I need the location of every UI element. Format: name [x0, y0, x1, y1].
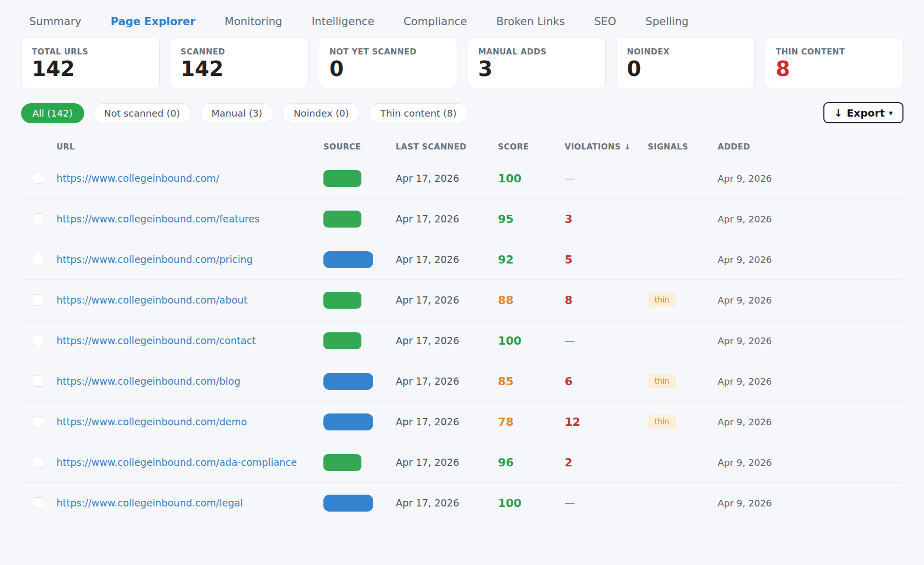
col-header-source[interactable]: SOURCE — [323, 142, 396, 152]
stat-label: NOINDEX — [627, 47, 744, 56]
signals-cell: thin — [648, 374, 718, 388]
col-header-url[interactable]: URL — [56, 142, 323, 152]
stat-card-manual-adds: MANUAL ADDS 3 — [468, 37, 606, 88]
filter-thin-content[interactable]: Thin content (8) — [369, 103, 468, 123]
violations-count: 5 — [565, 253, 648, 266]
stat-label: NOT YET SCANNED — [330, 47, 447, 56]
url-link[interactable]: https://www.collegeinbound.com/ada-compl… — [56, 457, 297, 468]
row-checkbox[interactable] — [33, 375, 44, 387]
col-header-signals[interactable]: SIGNALS — [648, 142, 718, 152]
tab-intelligence[interactable]: Intelligence — [312, 15, 374, 28]
table-row: https://www.collegeinbound.com/legal Apr… — [21, 483, 903, 523]
filter-manual[interactable]: Manual (3) — [200, 103, 274, 123]
url-link[interactable]: https://www.collegeinbound.com/pricing — [56, 254, 253, 265]
table-row: https://www.collegeinbound.com/ Apr 17, … — [21, 158, 903, 199]
url-link[interactable]: https://www.collegeinbound.com/about — [56, 294, 247, 306]
col-header-last-scanned[interactable]: LAST SCANNED — [396, 142, 498, 152]
export-button[interactable]: ↓ Export ▾ — [823, 102, 903, 123]
stat-value: 0 — [330, 58, 447, 80]
score-value: 96 — [498, 456, 565, 469]
added-date: Apr 9, 2026 — [718, 214, 903, 224]
row-checkbox[interactable] — [33, 213, 44, 224]
last-scanned-date: Apr 17, 2026 — [396, 213, 498, 224]
stat-card-noindex: NOINDEX 0 — [616, 37, 755, 88]
score-value: 100 — [498, 497, 565, 510]
violations-count: 3 — [565, 213, 648, 225]
export-label: Export — [846, 107, 884, 119]
table-row: https://www.collegeinbound.com/about Apr… — [21, 280, 903, 321]
added-date: Apr 9, 2026 — [718, 498, 903, 509]
url-link[interactable]: https://www.collegeinbound.com/legal — [56, 497, 243, 509]
violations-count: 12 — [565, 416, 648, 428]
col-header-score[interactable]: SCORE — [498, 142, 565, 152]
violations-count: 6 — [565, 375, 648, 388]
table-body: https://www.collegeinbound.com/ Apr 17, … — [21, 158, 903, 523]
source-badge — [323, 170, 361, 187]
filter-not-scanned[interactable]: Not scanned (0) — [93, 103, 191, 123]
url-link[interactable]: https://www.collegeinbound.com/ — [56, 173, 219, 184]
stat-value: 142 — [181, 58, 298, 80]
tab-compliance[interactable]: Compliance — [403, 15, 467, 28]
source-badge — [323, 495, 373, 512]
stat-label: SCANNED — [181, 47, 298, 56]
tab-summary[interactable]: Summary — [29, 15, 81, 28]
download-icon: ↓ — [834, 107, 843, 119]
table-header: URL SOURCE LAST SCANNED SCORE VIOLATIONS… — [21, 136, 903, 158]
added-date: Apr 9, 2026 — [718, 254, 903, 265]
row-checkbox[interactable] — [33, 335, 44, 346]
filter-noindex[interactable]: Noindex (0) — [282, 103, 360, 123]
page-explorer-page: Summary Page Explorer Monitoring Intelli… — [0, 0, 924, 523]
last-scanned-date: Apr 17, 2026 — [396, 457, 498, 468]
row-checkbox[interactable] — [33, 173, 44, 184]
last-scanned-date: Apr 17, 2026 — [396, 254, 498, 265]
added-date: Apr 9, 2026 — [718, 295, 903, 306]
added-date: Apr 9, 2026 — [718, 335, 903, 346]
row-checkbox[interactable] — [33, 457, 44, 468]
table-row: https://www.collegeinbound.com/contact A… — [21, 321, 903, 361]
tab-spelling[interactable]: Spelling — [646, 15, 689, 28]
stat-card-total-urls: TOTAL URLS 142 — [21, 37, 160, 88]
thin-signal-badge: thin — [648, 374, 676, 388]
score-value: 100 — [498, 334, 565, 347]
table-row: https://www.collegeinbound.com/features … — [21, 199, 903, 239]
last-scanned-date: Apr 17, 2026 — [396, 335, 498, 346]
row-checkbox[interactable] — [33, 416, 44, 427]
stat-card-scanned: SCANNED 142 — [170, 37, 309, 88]
thin-signal-badge: thin — [648, 415, 676, 429]
stat-label: MANUAL ADDS — [478, 47, 595, 56]
stat-label: TOTAL URLS — [32, 47, 149, 56]
row-checkbox[interactable] — [33, 497, 44, 509]
violations-count: 8 — [565, 294, 648, 307]
signals-cell: thin — [648, 415, 718, 429]
col-header-violations[interactable]: VIOLATIONS↓ — [565, 142, 648, 152]
table-row: https://www.collegeinbound.com/pricing A… — [21, 239, 903, 280]
sort-desc-icon: ↓ — [624, 142, 630, 152]
added-date: Apr 9, 2026 — [718, 376, 903, 387]
tab-broken-links[interactable]: Broken Links — [496, 15, 565, 28]
url-link[interactable]: https://www.collegeinbound.com/blog — [56, 375, 240, 387]
violations-count: — — [565, 334, 648, 347]
violations-count: 2 — [565, 456, 648, 469]
tab-monitoring[interactable]: Monitoring — [225, 15, 282, 28]
row-checkbox[interactable] — [33, 254, 44, 265]
row-checkbox[interactable] — [33, 294, 44, 306]
filter-all[interactable]: All (142) — [21, 103, 84, 123]
tab-seo[interactable]: SEO — [594, 15, 616, 28]
url-link[interactable]: https://www.collegeinbound.com/demo — [56, 416, 247, 427]
thin-signal-badge: thin — [648, 293, 676, 307]
last-scanned-date: Apr 17, 2026 — [396, 173, 498, 184]
col-header-added[interactable]: ADDED — [718, 142, 903, 152]
score-value: 100 — [498, 172, 565, 185]
tab-page-explorer[interactable]: Page Explorer — [110, 15, 195, 28]
source-badge — [323, 373, 373, 390]
source-badge — [323, 454, 361, 471]
stats-cards: TOTAL URLS 142 SCANNED 142 NOT YET SCANN… — [21, 37, 903, 88]
violations-count: — — [565, 497, 648, 509]
score-value: 95 — [498, 213, 565, 225]
stat-value: 0 — [627, 58, 744, 80]
url-link[interactable]: https://www.collegeinbound.com/features — [56, 213, 260, 224]
url-link[interactable]: https://www.collegeinbound.com/contact — [56, 335, 256, 346]
score-value: 88 — [498, 294, 565, 307]
source-badge — [323, 413, 373, 430]
stat-value: 8 — [776, 58, 893, 80]
